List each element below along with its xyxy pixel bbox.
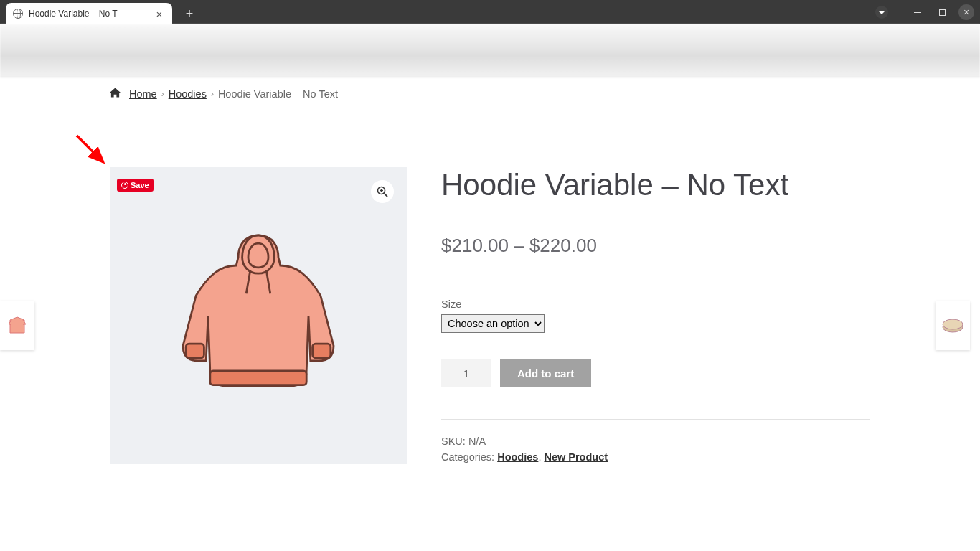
browser-tab[interactable]: Hoodie Variable – No T × [6,3,172,24]
globe-icon [13,9,23,19]
svg-rect-6 [313,344,331,358]
svg-line-7 [77,136,103,162]
product-title: Hoodie Variable – No Text [441,167,870,203]
site-header-blurred [0,24,980,77]
pinterest-save-label: Save [131,181,149,189]
breadcrumb: Home › Hoodies › Hoodie Variable – No Te… [110,88,870,100]
category-link-hoodies[interactable]: Hoodies [497,451,538,463]
chevron-right-icon: › [161,89,164,99]
tab-close-button[interactable]: × [154,8,165,19]
zoom-icon[interactable] [371,180,394,203]
window-maximize-button[interactable] [934,4,950,20]
sku-row: SKU: N/A [441,435,870,447]
add-to-cart-button[interactable]: Add to cart [500,359,591,387]
next-product-thumb[interactable] [936,301,970,350]
svg-rect-4 [210,371,306,385]
window-minimize-button[interactable] [910,4,925,20]
new-tab-button[interactable]: + [179,4,199,24]
product-image [158,215,359,416]
size-select[interactable]: Choose an option [441,314,545,333]
breadcrumb-home-link[interactable]: Home [129,88,157,100]
chevron-right-icon: › [211,89,214,99]
categories-row: Categories: Hoodies, New Product [441,451,870,463]
svg-rect-5 [186,344,204,358]
page-viewport[interactable]: Home › Hoodies › Hoodie Variable – No Te… [0,77,980,551]
browser-tab-bar: Hoodie Variable – No T × + × [0,0,980,24]
product-price: $210.00 – $220.00 [441,235,870,257]
sku-value: N/A [468,435,486,447]
breadcrumb-category-link[interactable]: Hoodies [169,88,207,100]
svg-point-9 [943,319,963,329]
browser-menu-icon[interactable] [875,6,888,19]
window-controls: × [875,0,974,24]
product-image-gallery[interactable]: Save [110,167,407,464]
sku-label: SKU: [441,435,468,447]
quantity-input[interactable] [441,359,491,387]
svg-line-1 [384,193,387,197]
tab-title: Hoodie Variable – No T [29,9,149,19]
home-icon [110,88,121,100]
categories-label: Categories: [441,451,497,463]
category-link-newproduct[interactable]: New Product [544,451,608,463]
prev-product-thumb[interactable] [0,301,34,350]
breadcrumb-current: Hoodie Variable – No Text [218,88,338,100]
pinterest-icon [121,182,128,189]
window-close-button[interactable]: × [958,4,974,20]
pinterest-save-button[interactable]: Save [117,179,154,192]
size-label: Size [441,298,870,310]
